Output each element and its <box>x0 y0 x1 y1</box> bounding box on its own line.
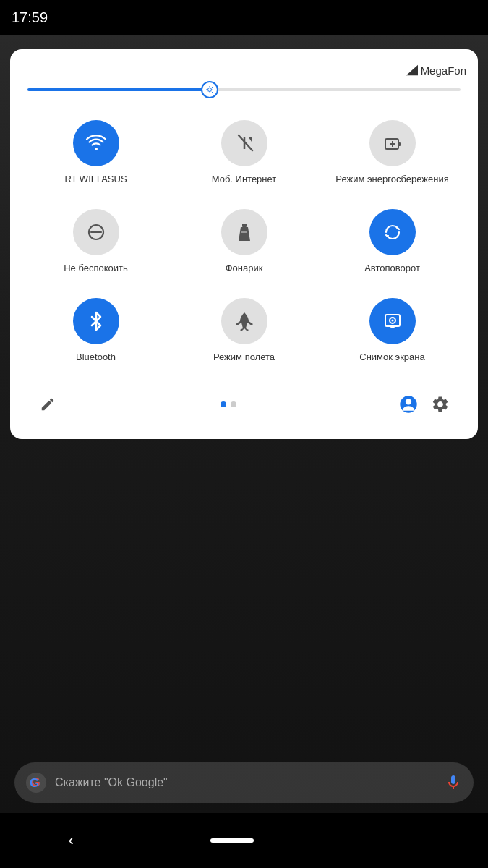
tile-screenshot-icon-wrap <box>369 298 416 344</box>
status-bar: 17:59 <box>0 0 488 35</box>
svg-point-1 <box>207 88 211 92</box>
svg-line-7 <box>211 92 212 93</box>
battery-saver-icon <box>381 132 404 155</box>
dot-2 <box>231 401 236 407</box>
carrier-row: MegaFon <box>22 64 466 77</box>
tile-airplane-icon-wrap <box>221 298 267 344</box>
tile-dnd-icon-wrap <box>73 209 119 255</box>
mobile-data-icon <box>233 132 256 155</box>
tile-autorotate-label: Автоповорот <box>364 263 420 275</box>
user-icon <box>398 394 419 414</box>
tile-mobile-data[interactable]: Моб. Интернет <box>170 111 318 200</box>
tile-screenshot[interactable]: Снимок экрана <box>318 289 466 378</box>
svg-rect-23 <box>390 327 395 328</box>
tile-bluetooth[interactable]: Bluetooth <box>22 289 170 378</box>
tile-mobile-data-icon-wrap <box>221 120 267 166</box>
settings-button[interactable] <box>426 390 455 419</box>
signal-icon <box>405 64 418 77</box>
flashlight-icon <box>233 221 256 244</box>
back-button[interactable]: ‹ <box>69 831 74 850</box>
tile-battery-saver[interactable]: Режим энергосбережения <box>318 111 466 200</box>
tile-screenshot-label: Снимок экрана <box>359 352 425 364</box>
quick-settings-panel: MegaFon <box>10 49 478 439</box>
tile-wifi-label: RT WIFI ASUS <box>64 174 127 186</box>
svg-rect-21 <box>241 231 247 233</box>
user-button[interactable] <box>394 390 423 419</box>
status-time: 17:59 <box>12 9 48 26</box>
tile-battery-saver-icon-wrap <box>369 120 416 166</box>
brightness-row[interactable] <box>22 88 466 91</box>
tile-wifi-icon-wrap <box>73 120 119 166</box>
tile-battery-saver-label: Режим энергосбережения <box>335 174 448 186</box>
edit-button[interactable] <box>33 390 62 419</box>
tile-autorotate-icon-wrap <box>369 209 416 255</box>
home-pill[interactable] <box>210 838 254 843</box>
tile-bluetooth-icon-wrap <box>73 298 119 344</box>
tile-airplane[interactable]: Режим полета <box>170 289 318 378</box>
svg-line-8 <box>207 92 207 93</box>
carrier-name: MegaFon <box>421 64 466 77</box>
airplane-icon <box>233 310 256 333</box>
google-logo: G G G <box>26 773 46 793</box>
google-search-bar[interactable]: G G G Скажите "Ok Google" <box>14 762 474 803</box>
dot-1 <box>221 401 226 407</box>
brightness-thumb <box>201 81 218 98</box>
svg-line-9 <box>211 87 212 88</box>
wifi-icon <box>85 132 108 155</box>
settings-icon <box>431 395 450 414</box>
svg-line-6 <box>207 87 207 88</box>
tile-flashlight-label: Фонарик <box>226 263 263 275</box>
autorotate-icon <box>381 221 404 244</box>
brightness-track[interactable] <box>27 88 461 91</box>
svg-point-27 <box>406 399 411 404</box>
brightness-icon <box>205 85 214 94</box>
mic-icon <box>445 774 462 791</box>
svg-point-25 <box>391 319 393 321</box>
tile-dnd[interactable]: Не беспокоить <box>22 200 170 289</box>
svg-marker-12 <box>249 137 252 142</box>
tile-wifi[interactable]: RT WIFI ASUS <box>22 111 170 200</box>
svg-text:G: G <box>30 776 39 790</box>
screenshot-icon <box>381 310 404 333</box>
tile-flashlight[interactable]: Фонарик <box>170 200 318 289</box>
svg-rect-14 <box>398 142 401 146</box>
tile-bluetooth-label: Bluetooth <box>76 352 116 364</box>
nav-bar: ‹ <box>0 813 488 868</box>
tile-dnd-label: Не беспокоить <box>64 263 128 275</box>
svg-marker-0 <box>406 65 417 75</box>
bluetooth-icon <box>85 310 108 333</box>
tile-autorotate[interactable]: Автоповорот <box>318 200 466 289</box>
brightness-fill <box>27 88 210 91</box>
edit-icon <box>40 396 56 412</box>
bottom-bar <box>22 384 466 427</box>
tile-mobile-data-label: Моб. Интернет <box>212 174 277 186</box>
tile-flashlight-icon-wrap <box>221 209 267 255</box>
svg-marker-20 <box>239 227 250 241</box>
dnd-icon <box>85 221 108 244</box>
tile-airplane-label: Режим полета <box>213 352 275 364</box>
google-placeholder: Скажите "Ok Google" <box>55 776 445 789</box>
page-dots <box>221 401 236 407</box>
tiles-grid: RT WIFI ASUS Моб. Интернет <box>22 111 466 378</box>
svg-rect-19 <box>242 224 247 227</box>
